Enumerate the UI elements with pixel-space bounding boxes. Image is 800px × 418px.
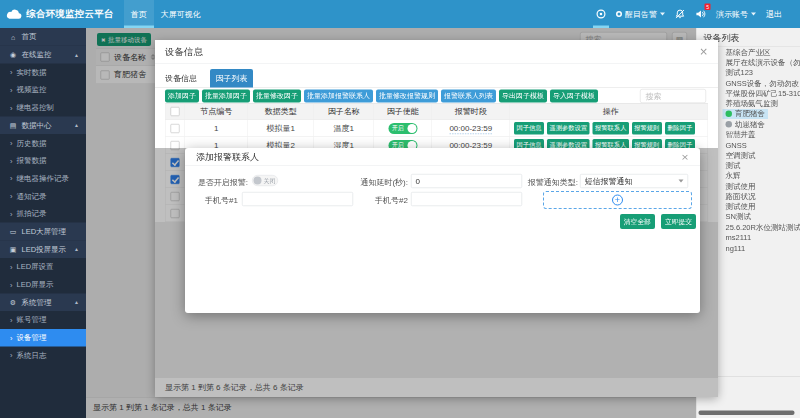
notify-delay-label: 通知延时(秒):	[323, 175, 408, 189]
sidebar-item-system-manage[interactable]: ⚙系统管理▲	[0, 293, 86, 311]
chevron-right-icon: ›	[10, 174, 13, 183]
chevron-right-icon: ›	[10, 68, 13, 77]
tab-factor-list[interactable]: 因子列表	[210, 69, 253, 88]
data-icon: ▤	[8, 121, 18, 129]
offline-dot-icon	[726, 121, 733, 128]
sidebar-item-data-center[interactable]: ▤数据中心▲	[0, 116, 86, 134]
gear-icon: ⚙	[8, 298, 18, 306]
alarm-contact-button[interactable]: 报警联系人	[593, 122, 629, 135]
chevron-right-icon: ›	[10, 316, 13, 325]
import-template-button[interactable]: 导入因子模板	[550, 89, 598, 102]
add-phone-area[interactable]: +	[543, 191, 692, 209]
tab-device-info[interactable]: 设备信息	[165, 69, 197, 88]
sidebar-item-alarm-data[interactable]: ›报警数据	[0, 152, 86, 170]
row-checkbox[interactable]	[171, 124, 180, 133]
batch-edit-rule-button[interactable]: 批量修改报警规则	[376, 89, 438, 102]
mute-bell-icon[interactable]	[670, 0, 690, 28]
chevron-right-icon: ›	[10, 280, 13, 289]
factor-toolbar: 添加因子 批量添加因子 批量修改因子 批量添加报警联系人 批量修改报警规则 报警…	[155, 88, 718, 102]
sidebar-item-led-manage[interactable]: ▭LED大屏管理	[0, 223, 86, 241]
close-icon[interactable]: ×	[699, 47, 708, 58]
alarm-type-label: 报警通知类型:	[493, 175, 578, 189]
top-nav: 首页 大屏可视化	[124, 0, 208, 28]
chevron-right-icon: ›	[10, 156, 13, 165]
factor-row[interactable]: 1 模拟量1 温度1 开启 00:00-23:59 因子信息 遥测参数设置 报警…	[165, 120, 708, 137]
telemetry-setting-button[interactable]: 遥测参数设置	[547, 122, 590, 135]
enable-toggle[interactable]: 开启	[388, 123, 417, 134]
logout-button[interactable]: 退出	[761, 0, 787, 28]
delete-factor-button[interactable]: 删除因子	[665, 122, 695, 135]
horizontal-scrollbar[interactable]	[699, 411, 795, 416]
sidebar-item-video-monitor[interactable]: ›视频监控	[0, 81, 86, 99]
sidebar-item-led-setting[interactable]: ›LED屏设置	[0, 258, 86, 276]
batch-edit-factor-button[interactable]: 批量修改因子	[253, 89, 301, 102]
sidebar-item-home[interactable]: ⌂首页	[0, 28, 86, 46]
alarm-period-link[interactable]: 00:00-23:59	[449, 123, 492, 135]
alarm-count-badge: 5	[705, 4, 711, 11]
sidebar-item-online-monitor[interactable]: ◉在线监控▲	[0, 46, 86, 64]
sidebar: ⌂首页 ◉在线监控▲ ›实时数据 ›视频监控 ›继电器控制 ▤数据中心▲ ›历史…	[0, 28, 86, 418]
chevron-right-icon: ›	[10, 86, 13, 95]
submit-button[interactable]: 立即提交	[661, 214, 696, 229]
export-template-button[interactable]: 导出因子模板	[499, 89, 547, 102]
chevron-right-icon: ›	[10, 192, 13, 201]
alarm-rule-button[interactable]: 报警规则	[632, 122, 662, 135]
sidebar-item-system-log[interactable]: ›系统日志	[0, 347, 86, 365]
alarm-type-select[interactable]: 短信报警通知	[580, 174, 688, 188]
add-factor-button[interactable]: 添加因子	[165, 89, 199, 102]
sidebar-item-led-display[interactable]: ›LED屏显示	[0, 276, 86, 294]
factor-search-input[interactable]: 搜索	[640, 89, 706, 103]
modal-tabs: 设备信息 因子列表	[155, 64, 718, 88]
sidebar-item-led-cast[interactable]: ▣LED投屏显示▲	[0, 240, 86, 258]
batch-add-factor-button[interactable]: 批量添加因子	[202, 89, 250, 102]
batch-add-contact-button[interactable]: 批量添加报警联系人	[304, 89, 373, 102]
alert-style-icon	[616, 11, 622, 17]
caret-up-icon: ▲	[74, 300, 79, 306]
phone2-label: 手机号#2	[323, 193, 408, 207]
account-dropdown[interactable]: 演示账号	[711, 0, 761, 28]
sidebar-item-history-data[interactable]: ›历史数据	[0, 134, 86, 152]
sidebar-item-notify-log[interactable]: ›通知记录	[0, 187, 86, 205]
nav-bigscreen[interactable]: 大屏可视化	[154, 0, 208, 28]
chevron-right-icon: ›	[10, 263, 13, 272]
phone2-input[interactable]	[411, 192, 522, 206]
factor-info-button[interactable]: 因子信息	[514, 122, 544, 135]
add-contact-modal: 添加报警联系人 × 是否开启报警: 关闭 通知延时(秒): 0 报警通知类型: …	[185, 148, 700, 313]
sidebar-item-snapshot-log[interactable]: ›抓拍记录	[0, 205, 86, 223]
chevron-right-icon: ›	[10, 139, 13, 148]
home-icon: ⌂	[8, 33, 18, 41]
enable-alarm-toggle[interactable]: 关闭	[252, 175, 278, 186]
sidebar-item-device-manage[interactable]: ›设备管理	[0, 329, 86, 347]
plus-icon: +	[612, 195, 623, 206]
cloud-logo-icon	[6, 9, 22, 19]
app-title: 综合环境监控云平台	[26, 8, 114, 21]
sidebar-item-account-manage[interactable]: ›账号管理	[0, 311, 86, 329]
sidebar-item-relay-log[interactable]: ›继电器操作记录	[0, 170, 86, 188]
chevron-right-icon: ›	[10, 333, 13, 342]
caret-up-icon: ▲	[74, 246, 79, 252]
enable-alarm-label: 是否开启报警:	[185, 175, 248, 189]
chevron-down-icon	[660, 13, 665, 16]
nav-home[interactable]: 首页	[124, 0, 154, 28]
sidebar-item-realtime-data[interactable]: ›实时数据	[0, 63, 86, 81]
chevron-right-icon: ›	[10, 351, 13, 360]
modal-title: 添加报警联系人	[196, 151, 259, 163]
close-icon[interactable]: ×	[681, 152, 689, 162]
monitor-icon: ◉	[8, 51, 18, 59]
chevron-down-icon	[751, 13, 756, 16]
online-dot-icon	[726, 111, 733, 118]
sidebar-item-relay-control[interactable]: ›继电器控制	[0, 99, 86, 117]
led-icon: ▭	[8, 227, 18, 235]
caret-up-icon: ▲	[74, 123, 79, 129]
chevron-right-icon: ›	[10, 103, 13, 112]
select-all-checkbox[interactable]	[171, 107, 180, 116]
screen-icon: ▣	[8, 245, 18, 253]
contact-list-button[interactable]: 报警联系人列表	[441, 89, 496, 102]
alarm-message-icon[interactable]: 5	[690, 0, 711, 28]
sound-toggle-icon[interactable]	[591, 0, 611, 28]
chevron-right-icon: ›	[10, 210, 13, 219]
topbar: 综合环境监控云平台 首页 大屏可视化 醒目告警 5 演示账号 退出	[0, 0, 800, 28]
clear-all-button[interactable]: 清空全部	[620, 214, 655, 229]
alert-style-dropdown[interactable]: 醒目告警	[611, 0, 670, 28]
chevron-down-icon	[679, 180, 684, 183]
